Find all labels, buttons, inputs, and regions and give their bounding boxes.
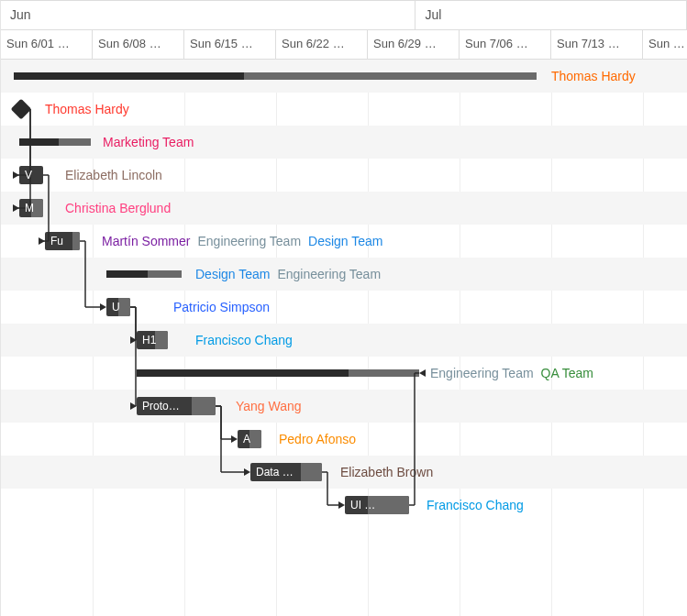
- gantt-row: Engineering TeamQA Team: [1, 357, 687, 390]
- gantt-rows: Thomas HardyThomas HardyMarketing TeamVE…: [1, 60, 687, 522]
- assignee-label: Elizabeth Lincoln: [65, 168, 162, 182]
- assignee-list: Martín SommerEngineering TeamDesign Team: [102, 232, 391, 250]
- task-bar-label: Proto…: [142, 400, 180, 412]
- assignee-label: Marketing Team: [103, 135, 194, 149]
- assignee-label: Francisco Chang: [195, 333, 293, 347]
- assignee-list: Design TeamEngineering Team: [195, 265, 388, 283]
- gantt-row: H1Francisco Chang: [1, 324, 687, 357]
- day-cell: Sun 6/29 …: [368, 30, 460, 59]
- assignee-list: Marketing Team: [103, 133, 201, 151]
- assignee-label: Christina Berglund: [65, 201, 171, 215]
- day-cell: Sun 6/08 …: [93, 30, 184, 59]
- assignee-list: Francisco Chang: [427, 496, 531, 514]
- day-cell: Sun …: [643, 30, 687, 59]
- task-bar-label: V: [25, 169, 32, 182]
- assignee-label: Thomas Hardy: [551, 69, 636, 83]
- task-bar[interactable]: V: [19, 166, 43, 184]
- task-bar-label: M: [25, 202, 34, 214]
- assignee-list: Engineering TeamQA Team: [430, 364, 601, 382]
- assignee-list: Christina Berglund: [65, 199, 178, 217]
- gantt-row: Proto…Yang Wang: [1, 390, 687, 423]
- assignee-label: Engineering Team: [430, 366, 534, 380]
- day-cell: Sun 7/13 …: [551, 30, 643, 59]
- task-bar-label: Fu: [50, 235, 63, 248]
- assignee-label: Thomas Hardy: [45, 102, 129, 116]
- task-bar[interactable]: Data …: [250, 463, 322, 481]
- task-bar[interactable]: Fu: [45, 232, 80, 250]
- task-bar[interactable]: A: [238, 430, 261, 448]
- task-bar[interactable]: M: [19, 199, 43, 217]
- assignee-list: Pedro Afonso: [279, 430, 363, 448]
- assignee-list: Elizabeth Brown: [340, 463, 440, 481]
- assignee-list: Francisco Chang: [195, 331, 300, 349]
- gantt-chart: JunJul Sun 6/01 …Sun 6/08 …Sun 6/15 …Sun…: [0, 0, 687, 616]
- task-bar[interactable]: U: [106, 298, 130, 316]
- gantt-row: Marketing Team: [1, 126, 687, 159]
- assignee-list: Yang Wang: [236, 397, 309, 415]
- day-cell: Sun 6/22 …: [276, 30, 368, 59]
- task-bar-label: U: [112, 301, 120, 314]
- assignee-label: Patricio Simpson: [173, 300, 270, 314]
- gantt-row: Data …Elizabeth Brown: [1, 456, 687, 489]
- assignee-list: Patricio Simpson: [173, 298, 277, 316]
- task-bar[interactable]: Proto…: [137, 397, 216, 415]
- assignee-list: Thomas Hardy: [45, 100, 137, 118]
- assignee-label: Design Team: [308, 234, 382, 248]
- summary-bar[interactable]: [14, 72, 537, 80]
- gantt-row: UI …Francisco Chang: [1, 489, 687, 522]
- assignee-label: Engineering Team: [277, 267, 381, 281]
- gantt-row: VElizabeth Lincoln: [1, 159, 687, 192]
- assignee-list: Elizabeth Lincoln: [65, 166, 170, 184]
- milestone[interactable]: [11, 99, 32, 120]
- gantt-row: Design TeamEngineering Team: [1, 258, 687, 291]
- task-bar-label: UI …: [350, 499, 375, 512]
- assignee-label: Francisco Chang: [427, 498, 524, 512]
- assignee-label: Martín Sommer: [102, 234, 190, 248]
- task-bar-label: A: [243, 433, 250, 446]
- day-cell: Sun 6/15 …: [184, 30, 276, 59]
- gantt-row: FuMartín SommerEngineering TeamDesign Te…: [1, 225, 687, 258]
- assignee-label: Design Team: [195, 267, 270, 281]
- gantt-row: Thomas Hardy: [1, 93, 687, 126]
- task-bar-label: Data …: [256, 466, 294, 478]
- task-bar-label: H1: [142, 334, 156, 346]
- timeline-header-months: JunJul: [1, 1, 687, 30]
- gantt-row: Thomas Hardy: [1, 60, 687, 93]
- timeline-header-days: Sun 6/01 …Sun 6/08 …Sun 6/15 …Sun 6/22 ……: [1, 30, 687, 60]
- gantt-row: APedro Afonso: [1, 423, 687, 456]
- assignee-list: Thomas Hardy: [551, 67, 643, 85]
- gantt-row: UPatricio Simpson: [1, 291, 687, 324]
- timeline-area[interactable]: JunJul Sun 6/01 …Sun 6/08 …Sun 6/15 …Sun…: [1, 1, 687, 616]
- gantt-row: MChristina Berglund: [1, 192, 687, 225]
- month-cell: Jun: [1, 1, 416, 29]
- assignee-label: Pedro Afonso: [279, 432, 356, 446]
- month-cell: Jul: [416, 1, 687, 29]
- day-cell: Sun 7/06 …: [460, 30, 551, 59]
- summary-bar[interactable]: [137, 369, 419, 377]
- summary-bar[interactable]: [106, 270, 182, 278]
- assignee-label: Engineering Team: [197, 234, 301, 248]
- task-bar[interactable]: UI …: [345, 496, 409, 514]
- assignee-label: QA Team: [541, 366, 593, 380]
- day-cell: Sun 6/01 …: [1, 30, 93, 59]
- task-bar[interactable]: H1: [137, 331, 168, 349]
- assignee-label: Elizabeth Brown: [340, 465, 433, 479]
- summary-bar[interactable]: [19, 138, 91, 146]
- assignee-label: Yang Wang: [236, 399, 302, 413]
